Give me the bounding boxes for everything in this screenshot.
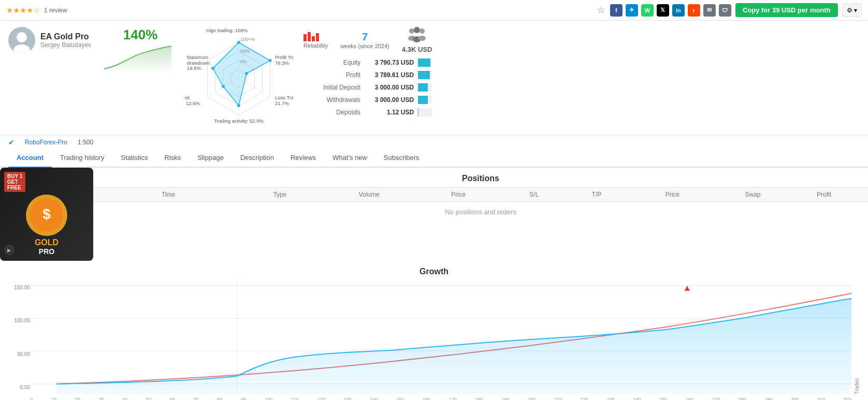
svg-point-16 [211, 67, 214, 70]
main-content: BUY 1GETFREE $ GOLD PRO ▶ Positions Time… [0, 168, 868, 400]
star-rating: ★★★★☆ [6, 6, 40, 15]
mini-chart [104, 43, 171, 71]
tab-risks[interactable]: Risks [156, 149, 190, 168]
y-150: 150.00 [8, 285, 30, 290]
col-type: Type [235, 191, 324, 198]
stats-row: Reliability 7 weeks (since 2024) [303, 27, 432, 53]
profit-value: 3 789.61 USD [365, 71, 414, 79]
favorite-icon[interactable]: ☆ [595, 4, 607, 17]
x-axis-numbers: 0 10 20 30 40 50 60 70 80 90 100 110 120… [30, 396, 851, 400]
col-price2: Price [628, 191, 717, 198]
broker-name[interactable]: RoboForex-Pro [25, 139, 67, 146]
tab-whats-new[interactable]: What's new [324, 149, 375, 168]
svg-point-31 [409, 28, 414, 34]
y-0: 0.00 [8, 384, 30, 390]
shield-icon[interactable]: 🛡 [719, 4, 731, 17]
rel-bar-1 [303, 34, 307, 41]
svg-point-33 [419, 28, 425, 34]
review-count: 1 review [44, 7, 67, 14]
ad-banner[interactable]: BUY 1GETFREE $ GOLD PRO ▶ [0, 168, 93, 261]
equity-label: Equity [303, 59, 360, 66]
profile-info: EA Gold Pro Sergey Batudayev [40, 32, 91, 49]
twitter-icon[interactable]: 𝕏 [657, 4, 669, 17]
svg-text:▶: ▶ [7, 247, 11, 253]
top-bar: ★★★★☆ 1 review ☆ f ✈ W 𝕏 in r ✉ 🛡 Copy f… [0, 0, 868, 21]
copy-button[interactable]: Copy for 39 USD per month [735, 3, 838, 17]
rel-bar-4 [316, 33, 319, 41]
bar-row-profit: Profit 3 789.61 USD [303, 71, 432, 79]
initial-deposit-label: Initial Deposit [303, 84, 360, 91]
col-sl: S/L [503, 191, 566, 198]
tab-account[interactable]: Account [8, 149, 52, 168]
people-icon [402, 27, 432, 46]
ad-badge: BUY 1GETFREE [4, 172, 25, 192]
radar-section: 100+% 50% 0% Algo trading: 100% Profit T… [184, 27, 293, 129]
profit-fill [418, 71, 430, 79]
tab-reviews[interactable]: Reviews [282, 149, 324, 168]
deposits-label: Deposits [303, 109, 360, 116]
top-bar-right: ☆ f ✈ W 𝕏 in r ✉ 🛡 Copy for 39 USD per m… [595, 3, 862, 17]
growth-area: 140% [102, 27, 174, 71]
svg-point-1 [17, 32, 27, 42]
reddit-icon[interactable]: r [688, 4, 700, 17]
svg-text:load: 12.6%: load: 12.6% [184, 100, 200, 106]
telegram-icon[interactable]: ✈ [626, 4, 638, 17]
initial-deposit-fill [418, 83, 428, 92]
equity-fill [418, 58, 430, 67]
y-100: 100.00 [8, 318, 30, 323]
ea-name: EA Gold Pro [40, 32, 91, 41]
svg-text:Maximum: Maximum [187, 54, 208, 60]
tab-trading-history[interactable]: Trading history [52, 149, 113, 168]
equity-value: 3 790.73 USD [365, 59, 414, 66]
profit-bar [418, 71, 432, 79]
broker-row: ✔ RoboForex-Pro 1:500 [0, 136, 868, 149]
svg-text:Algo trading: 100%: Algo trading: 100% [206, 27, 248, 33]
whatsapp-icon[interactable]: W [641, 4, 654, 17]
tab-slippage[interactable]: Slippage [189, 149, 232, 168]
positions-title: Positions [93, 168, 868, 187]
broker-check-icon: ✔ [8, 138, 15, 146]
usd-value: 4.3K USD [402, 46, 432, 53]
mail-icon[interactable]: ✉ [703, 4, 716, 17]
avatar [8, 27, 35, 54]
linkedin-icon[interactable]: in [672, 4, 685, 17]
settings-button[interactable]: ⚙ ▾ [842, 4, 862, 17]
svg-point-15 [222, 85, 225, 88]
svg-text:Max deposit: Max deposit [184, 95, 190, 100]
equity-bar [418, 58, 432, 67]
initial-deposit-bar [418, 83, 432, 92]
facebook-icon[interactable]: f [610, 4, 623, 17]
tab-description[interactable]: Description [232, 149, 282, 168]
chart-container: 150.00 100.00 50.00 0.00 Trades [8, 280, 860, 400]
svg-text:Loss Trades:: Loss Trades: [275, 95, 293, 100]
svg-point-14 [237, 104, 240, 107]
col-time: Time [102, 191, 235, 198]
svg-point-12 [269, 59, 272, 62]
bar-row-deposits: Deposits 1.12 USD [303, 108, 432, 116]
positions-table-area: Positions Time Type Volume Price S/L T/P… [93, 168, 868, 261]
weeks-stat: 7 weeks (since 2024) [340, 31, 389, 49]
col-price: Price [414, 191, 503, 198]
svg-text:$: $ [42, 206, 51, 222]
profile-left: EA Gold Pro Sergey Batudayev [8, 27, 91, 54]
initial-deposit-value: 3 000.00 USD [365, 84, 414, 91]
reliability-bar [303, 32, 328, 41]
svg-marker-47 [685, 286, 690, 291]
weeks-label: weeks (since 2024) [340, 43, 389, 49]
radar-chart: 100+% 50% 0% Algo trading: 100% Profit T… [184, 27, 293, 128]
tab-subscribers[interactable]: Subscribers [375, 149, 428, 168]
col-tp: T/P [566, 191, 628, 198]
col-swap: Swap [717, 191, 788, 198]
bar-rows: Equity 3 790.73 USD Profit 3 789.61 USD … [303, 58, 432, 121]
tab-statistics[interactable]: Statistics [113, 149, 156, 168]
deposits-bar [418, 108, 432, 116]
reliability-label: Reliability [303, 42, 328, 49]
ad-icon: ▶ [4, 245, 15, 257]
svg-text:19.5%: 19.5% [187, 65, 201, 71]
ad-title: GOLD [4, 238, 89, 247]
rel-bar-2 [308, 32, 311, 41]
bar-row-equity: Equity 3 790.73 USD [303, 58, 432, 67]
svg-point-36 [418, 36, 426, 41]
author-name: Sergey Batudayev [40, 41, 91, 49]
col-volume: Volume [325, 191, 414, 198]
